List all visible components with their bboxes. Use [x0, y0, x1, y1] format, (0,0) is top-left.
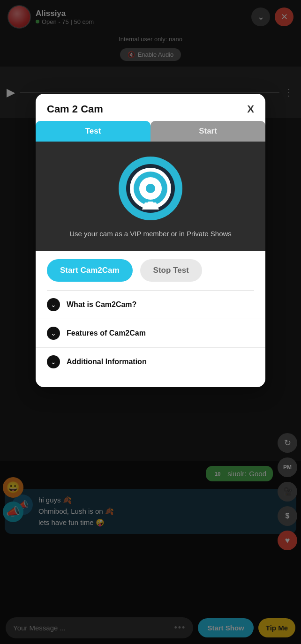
faq-label-2: Features of Cam2Cam: [67, 329, 146, 337]
modal-overlay: Cam 2 Cam X Test Start: [0, 0, 301, 644]
faq-chevron-3: ⌄: [47, 355, 60, 368]
svg-point-5: [146, 184, 155, 193]
tab-test[interactable]: Test: [36, 121, 150, 142]
faq-item-1[interactable]: ⌄ What is Cam2Cam?: [36, 291, 265, 319]
modal-close-button[interactable]: X: [247, 103, 254, 115]
tab-start[interactable]: Start: [150, 121, 265, 142]
faq-label-3: Additional Information: [67, 358, 147, 366]
cam-preview-area: Use your cam as a VIP member or in Priva…: [36, 142, 265, 251]
modal-tabs: Test Start: [36, 121, 265, 142]
cam-icon: [118, 156, 183, 221]
faq-chevron-1: ⌄: [47, 298, 60, 311]
faq-label-1: What is Cam2Cam?: [67, 300, 136, 309]
faq-item-2[interactable]: ⌄ Features of Cam2Cam: [36, 319, 265, 348]
action-buttons: Start Cam2Cam Stop Test: [36, 251, 265, 290]
cam-preview-text: Use your cam as a VIP member or in Priva…: [69, 229, 232, 240]
faq-list: ⌄ What is Cam2Cam? ⌄ Features of Cam2Cam…: [36, 291, 265, 376]
faq-item-3[interactable]: ⌄ Additional Information: [36, 348, 265, 376]
modal-header: Cam 2 Cam X: [36, 94, 265, 121]
svg-rect-7: [148, 202, 153, 205]
cam2cam-modal: Cam 2 Cam X Test Start: [36, 94, 265, 387]
modal-title: Cam 2 Cam: [47, 103, 103, 115]
start-cam2cam-button[interactable]: Start Cam2Cam: [47, 259, 133, 282]
stop-test-button[interactable]: Stop Test: [140, 259, 202, 282]
faq-chevron-2: ⌄: [47, 327, 60, 340]
